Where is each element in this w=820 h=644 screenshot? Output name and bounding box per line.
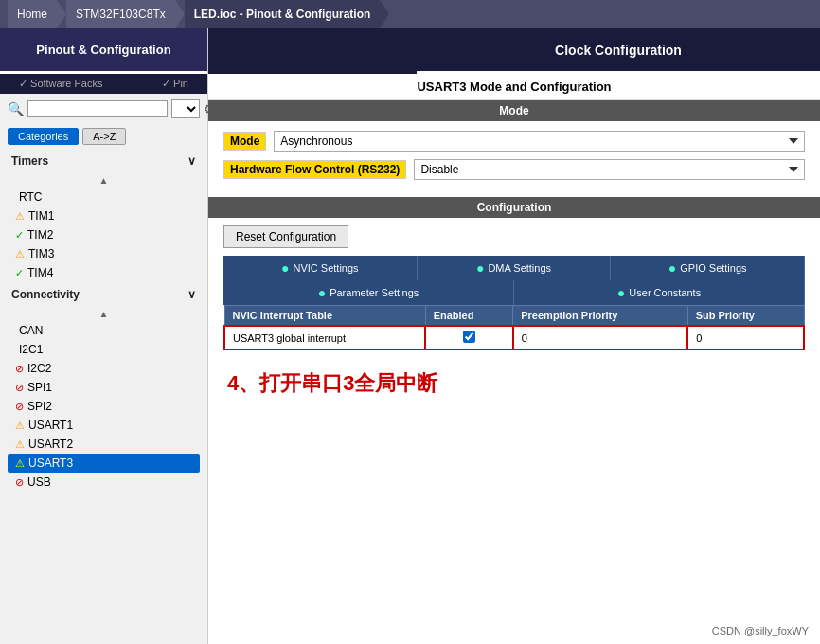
sub-header: ✓ Software Packs ✓ Pin: [0, 74, 207, 94]
timers-section: Timers ∨ ▲ RTC ⚠ TIM1 ✓ TIM2 ⚠: [0, 149, 207, 282]
nvic-interrupt-name: USART3 global interrupt: [224, 326, 425, 349]
breadcrumb-arrow-2: [175, 0, 185, 28]
reset-config-button[interactable]: Reset Configuration: [223, 225, 348, 248]
breadcrumb-file[interactable]: LED.ioc - Pinout & Configuration: [185, 0, 381, 28]
usart2-warning-icon: ⚠: [15, 438, 25, 451]
config-section: Reset Configuration ● NVIC Settings ● DM…: [208, 218, 820, 358]
sidebar-item-tim4[interactable]: ✓ TIM4: [8, 263, 200, 282]
mode-section-header: Mode: [208, 100, 820, 121]
tab-dma-settings[interactable]: ● DMA Settings: [418, 256, 612, 280]
sidebar-item-tim2[interactable]: ✓ TIM2: [8, 225, 200, 244]
sidebar-item-usart1[interactable]: ⚠ USART1: [8, 416, 200, 435]
config-section-header: Configuration: [208, 197, 820, 218]
sidebar-item-i2c2[interactable]: ⊘ I2C2: [8, 359, 200, 378]
hw-label: Hardware Flow Control (RS232): [223, 160, 406, 179]
tab-parameter-settings[interactable]: ● Parameter Settings: [223, 280, 514, 305]
hw-row: Hardware Flow Control (RS232) Disable: [223, 159, 805, 180]
watermark: CSDN @silly_foxWY: [712, 625, 809, 636]
spi1-error-icon: ⊘: [15, 382, 24, 394]
usb-error-icon: ⊘: [15, 476, 24, 489]
timers-items: RTC ⚠ TIM1 ✓ TIM2 ⚠ TIM3 ✓ TIM4: [0, 188, 207, 282]
sidebar-item-can[interactable]: CAN: [8, 321, 200, 340]
nvic-dot: ●: [281, 260, 289, 276]
search-input[interactable]: [27, 100, 168, 117]
sidebar-item-tim1[interactable]: ⚠ TIM1: [8, 206, 200, 225]
spi2-error-icon: ⊘: [15, 401, 24, 413]
dma-dot: ●: [476, 260, 484, 276]
tim2-check-icon: ✓: [15, 229, 24, 242]
sidebar-item-usb[interactable]: ⊘ USB: [8, 473, 200, 492]
nvic-tabs-row1: ● NVIC Settings ● DMA Settings ● GPIO Se…: [223, 256, 805, 280]
param-dot: ●: [318, 285, 326, 300]
i2c2-error-icon: ⊘: [15, 363, 24, 375]
top-tab-bar: Clock Configuration: [208, 28, 820, 74]
software-packs-link[interactable]: ✓ Software Packs: [19, 78, 102, 90]
tab-user-constants[interactable]: ● User Constants: [514, 280, 805, 305]
usart3-warning-icon: ⚠: [15, 457, 25, 470]
tab-nvic-settings[interactable]: ● NVIC Settings: [223, 256, 418, 280]
connectivity-header[interactable]: Connectivity ∨: [0, 282, 207, 307]
connectivity-items: CAN I2C1 ⊘ I2C2 ⊘ SPI1 ⊘ SPI2: [0, 321, 207, 492]
nvic-enabled-checkbox[interactable]: [463, 331, 475, 343]
col-enabled: Enabled: [425, 306, 513, 327]
tab-gpio-settings[interactable]: ● GPIO Settings: [611, 256, 805, 280]
nvic-table-row: USART3 global interrupt 0 0: [224, 326, 804, 349]
main-tab-bar: Pinout & Configuration: [0, 28, 207, 74]
timers-scroll-up[interactable]: ▲: [0, 173, 207, 188]
sidebar-item-tim3[interactable]: ⚠ TIM3: [8, 244, 200, 263]
main-layout: Pinout & Configuration ✓ Software Packs …: [0, 28, 820, 644]
breadcrumb-device[interactable]: STM32F103C8Tx: [66, 0, 175, 28]
mode-label: Mode: [223, 132, 266, 151]
mode-section: Mode Asynchronous Hardware Flow Control …: [208, 121, 820, 197]
category-tabs: Categories A->Z: [0, 124, 207, 149]
tim4-check-icon: ✓: [15, 267, 24, 279]
breadcrumb: Home STM32F103C8Tx LED.ioc - Pinout & Co…: [0, 0, 820, 28]
breadcrumb-arrow-1: [57, 0, 66, 28]
tim3-warning-icon: ⚠: [15, 248, 25, 260]
sidebar-item-rtc[interactable]: RTC: [8, 188, 200, 206]
timers-chevron: ∨: [187, 154, 196, 168]
annotation: 4、打开串口3全局中断: [208, 358, 820, 409]
sidebar: Pinout & Configuration ✓ Software Packs …: [0, 28, 208, 644]
connectivity-section: Connectivity ∨ ▲ CAN I2C1 ⊘ I2C2 ⊘: [0, 282, 207, 492]
search-bar: 🔍 ⚙: [0, 94, 207, 124]
sidebar-item-usart2[interactable]: ⚠ USART2: [8, 435, 200, 454]
tab-categories[interactable]: Categories: [8, 128, 79, 145]
connectivity-chevron: ∨: [187, 288, 196, 301]
tab-spacer: [208, 28, 417, 74]
nvic-sub-cell: 0: [687, 326, 804, 349]
search-icon: 🔍: [8, 101, 24, 116]
tim1-warning-icon: ⚠: [15, 210, 25, 223]
breadcrumb-arrow-3: [380, 0, 389, 28]
nvic-preemption-cell: 0: [513, 326, 687, 349]
mode-row: Mode Asynchronous: [223, 131, 805, 152]
hw-select[interactable]: Disable: [414, 159, 805, 180]
nvic-enabled-cell[interactable]: [425, 326, 513, 349]
tab-clock[interactable]: Clock Configuration: [417, 28, 820, 74]
tab-pinout[interactable]: Pinout & Configuration: [0, 28, 207, 74]
connectivity-scroll-up[interactable]: ▲: [0, 307, 207, 321]
user-dot: ●: [617, 285, 625, 300]
nvic-tabs-row2: ● Parameter Settings ● User Constants: [223, 280, 805, 305]
pin-link[interactable]: ✓ Pin: [162, 78, 188, 90]
col-sub: Sub Priority: [687, 306, 804, 327]
col-nvic-name: NVIC Interrupt Table: [224, 306, 425, 327]
sidebar-item-i2c1[interactable]: I2C1: [8, 340, 200, 359]
breadcrumb-home[interactable]: Home: [8, 0, 57, 28]
mode-select[interactable]: Asynchronous: [274, 131, 805, 152]
sidebar-item-usart3[interactable]: ⚠ USART3: [8, 454, 200, 473]
sidebar-item-spi2[interactable]: ⊘ SPI2: [8, 397, 200, 416]
nvic-table: NVIC Interrupt Table Enabled Preemption …: [223, 305, 805, 350]
usart1-warning-icon: ⚠: [15, 420, 25, 432]
tab-az[interactable]: A->Z: [82, 128, 126, 145]
timers-header[interactable]: Timers ∨: [0, 149, 207, 173]
content-area: Clock Configuration USART3 Mode and Conf…: [208, 28, 820, 644]
search-dropdown[interactable]: [171, 99, 200, 118]
col-preemption: Preemption Priority: [513, 306, 687, 327]
content-title: USART3 Mode and Configuration: [208, 74, 820, 100]
gpio-dot: ●: [668, 260, 676, 276]
sidebar-item-spi1[interactable]: ⊘ SPI1: [8, 378, 200, 397]
